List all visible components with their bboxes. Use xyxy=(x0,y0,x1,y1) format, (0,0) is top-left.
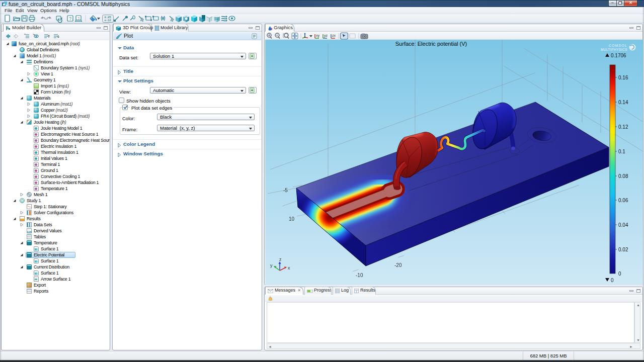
svg-text:0.16: 0.16 xyxy=(618,75,628,80)
svg-text:-5: -5 xyxy=(283,188,288,193)
svg-text:yz: yz xyxy=(324,34,328,38)
svg-text:0.08: 0.08 xyxy=(618,173,628,179)
svg-text:0.12: 0.12 xyxy=(618,124,628,130)
svg-text:Surface: Electric potential (V: Surface: Electric potential (V) xyxy=(395,41,467,47)
svg-text:0.06: 0.06 xyxy=(618,198,628,203)
svg-text:MULTIPHYSICS: MULTIPHYSICS xyxy=(601,48,627,51)
svg-text:0: 0 xyxy=(618,271,621,277)
svg-text:xy: xy xyxy=(316,34,320,38)
svg-text:-20: -20 xyxy=(394,262,402,268)
svg-text:COMSOL: COMSOL xyxy=(609,44,627,47)
svg-text:zx: zx xyxy=(332,34,336,37)
svg-text:0.02: 0.02 xyxy=(618,247,628,252)
svg-text:z: z xyxy=(279,257,282,262)
svg-text:?: ? xyxy=(77,17,79,20)
svg-text:10: 10 xyxy=(289,216,295,222)
svg-text:x: x xyxy=(288,265,290,270)
svg-text:y: y xyxy=(270,263,273,268)
svg-text:0.1: 0.1 xyxy=(618,149,625,154)
svg-text:-10: -10 xyxy=(356,273,363,278)
svg-text:?: ? xyxy=(69,16,71,21)
svg-text:0.14: 0.14 xyxy=(618,100,628,105)
svg-text:0: 0 xyxy=(611,278,614,283)
svg-text:e-12: e-12 xyxy=(104,19,111,22)
svg-text:0.1706: 0.1706 xyxy=(611,53,626,58)
svg-text:0.04: 0.04 xyxy=(618,222,628,228)
